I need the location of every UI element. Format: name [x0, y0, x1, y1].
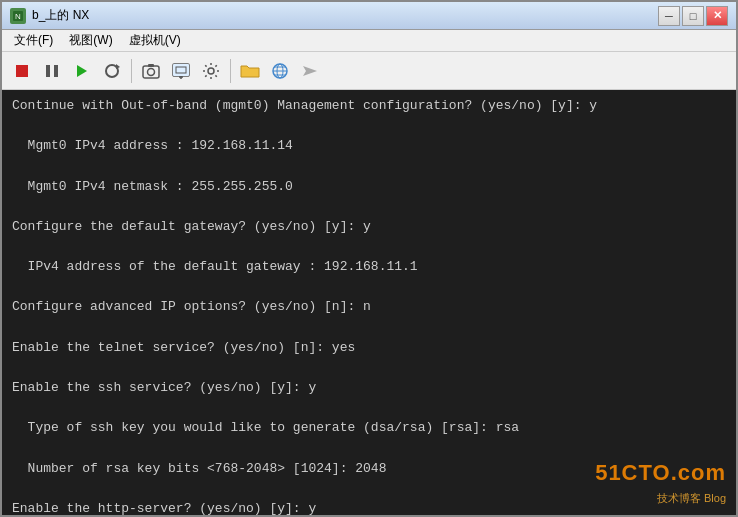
restore-button[interactable]: □: [682, 6, 704, 26]
svg-point-8: [148, 68, 155, 75]
svg-text:N: N: [15, 12, 21, 21]
toolbar-separator-2: [230, 59, 231, 83]
screenshot-icon[interactable]: [167, 57, 195, 85]
close-button[interactable]: ✕: [706, 6, 728, 26]
terminal-area[interactable]: Continue with Out-of-band (mgmt0) Manage…: [2, 90, 736, 515]
watermark-main: 51CTO.com: [595, 456, 726, 490]
pause-icon[interactable]: [38, 57, 66, 85]
window-icon: N: [10, 8, 26, 24]
terminal-content: Continue with Out-of-band (mgmt0) Manage…: [12, 96, 726, 515]
minimize-button[interactable]: ─: [658, 6, 680, 26]
menu-vm[interactable]: 虚拟机(V): [121, 30, 189, 51]
main-window: N b_上的 NX ─ □ ✕ 文件(F) 视图(W) 虚拟机(V): [0, 0, 738, 517]
toolbar-separator-1: [131, 59, 132, 83]
svg-rect-9: [148, 64, 154, 67]
svg-point-15: [208, 68, 214, 74]
svg-rect-4: [54, 65, 58, 77]
globe-icon[interactable]: [266, 57, 294, 85]
stop-icon[interactable]: [8, 57, 36, 85]
window-title: b_上的 NX: [32, 7, 658, 24]
svg-marker-5: [77, 65, 87, 77]
send-icon[interactable]: [296, 57, 324, 85]
svg-rect-11: [173, 64, 189, 76]
svg-rect-3: [46, 65, 50, 77]
title-bar: N b_上的 NX ─ □ ✕: [2, 2, 736, 30]
menu-view[interactable]: 视图(W): [61, 30, 120, 51]
watermark-sub: 技术博客 Blog: [595, 490, 726, 507]
snapshot-icon[interactable]: [137, 57, 165, 85]
menu-file[interactable]: 文件(F): [6, 30, 61, 51]
refresh-icon[interactable]: [98, 57, 126, 85]
svg-marker-21: [303, 66, 317, 76]
settings-icon[interactable]: [197, 57, 225, 85]
play-icon[interactable]: [68, 57, 96, 85]
window-controls: ─ □ ✕: [658, 6, 728, 26]
folder-icon[interactable]: [236, 57, 264, 85]
toolbar: [2, 52, 736, 90]
svg-rect-2: [16, 65, 28, 77]
watermark: 51CTO.com 技术博客 Blog: [595, 456, 726, 507]
menu-bar: 文件(F) 视图(W) 虚拟机(V): [2, 30, 736, 52]
